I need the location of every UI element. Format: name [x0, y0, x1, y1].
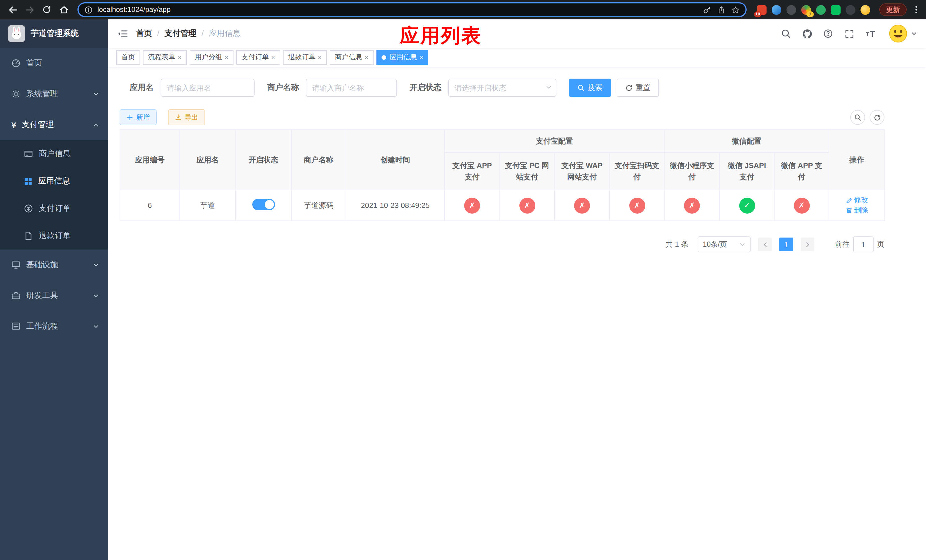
sidebar-item-workflow[interactable]: 工作流程	[0, 311, 108, 342]
extension-icon[interactable]	[846, 5, 855, 15]
help-icon[interactable]	[822, 27, 834, 40]
extension-icon[interactable]: 10	[757, 5, 767, 15]
refresh-icon	[625, 84, 633, 91]
tag-payment-order[interactable]: 支付订单×	[236, 50, 280, 65]
sidebar-fold-icon[interactable]	[117, 28, 128, 39]
sidebar-item-payment-order[interactable]: 支付订单	[0, 195, 108, 222]
fullscreen-icon[interactable]	[843, 27, 855, 40]
sidebar-item-payment[interactable]: ¥ 支付管理	[0, 109, 108, 140]
tag-merchant-info[interactable]: 商户信息×	[330, 50, 374, 65]
user-menu[interactable]	[888, 24, 917, 43]
caret-down-icon	[911, 31, 917, 36]
merchant-name-input[interactable]	[306, 79, 397, 97]
search-icon[interactable]	[780, 27, 792, 40]
sidebar-item-infrastructure[interactable]: 基础设施	[0, 250, 108, 280]
breadcrumb-home[interactable]: 首页	[136, 29, 159, 39]
browser-update-button[interactable]: 更新	[879, 3, 906, 16]
sidebar-item-refund-order[interactable]: 退款订单	[0, 222, 108, 250]
browser-back-icon[interactable]	[6, 3, 20, 17]
col-merchant: 商户名称	[291, 130, 346, 190]
col-wechat-mini: 微信小程序支付	[664, 152, 720, 190]
export-button[interactable]: 导出	[168, 109, 205, 125]
breadcrumb-payment[interactable]: 支付管理	[165, 29, 204, 39]
close-icon[interactable]: ×	[271, 54, 275, 61]
github-icon[interactable]	[801, 27, 813, 40]
sidebar-item-label: 首页	[26, 58, 42, 68]
workflow-icon	[11, 322, 21, 331]
site-info-icon[interactable]	[84, 5, 93, 14]
search-icon	[578, 84, 585, 91]
sidebar-item-merchant-info[interactable]: 商户信息	[0, 140, 108, 168]
app-name-input[interactable]	[160, 79, 254, 97]
extension-icon[interactable]	[816, 5, 826, 15]
refresh-table-button[interactable]	[870, 110, 884, 125]
share-icon[interactable]	[717, 5, 726, 14]
close-icon[interactable]: ×	[365, 54, 368, 61]
col-alipay-wap: 支付宝 WAP 网站支付	[554, 152, 610, 190]
payment-submenu: 商户信息 应用信息 支付订单	[0, 140, 108, 250]
col-actions: 操作	[829, 130, 885, 190]
page-size-select[interactable]: 10条/页	[698, 236, 750, 252]
chevron-left-icon	[762, 241, 768, 248]
bookmark-star-icon[interactable]	[731, 5, 740, 14]
sidebar-item-label: 退款订单	[39, 231, 71, 241]
sidebar-item-app-info[interactable]: 应用信息	[0, 168, 108, 195]
chevron-right-icon	[804, 241, 811, 248]
search-button[interactable]: 搜索	[569, 79, 611, 97]
browser-refresh-icon[interactable]	[40, 3, 53, 17]
page-unit-label: 页	[877, 239, 884, 250]
extension-icon[interactable]	[831, 5, 841, 15]
extension-icon[interactable]	[861, 5, 870, 15]
extension-icon[interactable]: 1	[801, 5, 811, 15]
sidebar-item-system[interactable]: 系统管理	[0, 79, 108, 109]
password-key-icon[interactable]	[703, 5, 711, 14]
logo-avatar	[8, 25, 25, 42]
browser-forward-icon[interactable]	[23, 3, 36, 17]
delete-link[interactable]: 删除	[846, 205, 868, 215]
next-page-button[interactable]	[801, 238, 814, 251]
url-text[interactable]: localhost:1024/pay/app	[97, 6, 698, 14]
group-wechat-config: 微信配置	[664, 130, 829, 152]
enabled-toggle[interactable]	[252, 199, 275, 210]
refresh-icon	[873, 114, 881, 121]
chevron-up-icon	[93, 122, 99, 128]
table-toolbar: 新增 导出	[120, 109, 884, 125]
tag-refund-order[interactable]: 退款订单×	[283, 50, 327, 65]
yen-icon: ¥	[11, 121, 16, 129]
close-icon[interactable]: ×	[419, 54, 423, 61]
col-created: 创建时间	[346, 130, 445, 190]
prev-page-button[interactable]	[758, 238, 772, 251]
content: 应用名 商户名称 开启状态 搜索 重置	[108, 67, 926, 560]
monitor-icon	[11, 260, 21, 269]
sidebar-item-label: 支付订单	[39, 203, 71, 213]
goto-page-input[interactable]	[853, 236, 874, 252]
reset-button[interactable]: 重置	[617, 79, 659, 97]
extension-icon[interactable]	[787, 5, 796, 15]
extension-icon[interactable]	[772, 5, 781, 15]
status-select[interactable]	[448, 79, 557, 97]
logo[interactable]: 芋道管理系统	[0, 20, 108, 48]
page-number-button[interactable]: 1	[779, 238, 793, 251]
download-icon	[175, 114, 182, 121]
browser-menu-icon[interactable]	[912, 5, 920, 14]
tag-user-group[interactable]: 用户分组×	[190, 50, 233, 65]
pagination: 共 1 条 10条/页 1 前往 页	[120, 236, 884, 252]
url-bar[interactable]: localhost:1024/pay/app	[77, 2, 747, 17]
close-icon[interactable]: ×	[178, 54, 182, 61]
sidebar-item-dev-tools[interactable]: 研发工具	[0, 280, 108, 311]
status-icon: ✗	[464, 197, 480, 213]
browser-home-icon[interactable]	[57, 3, 71, 17]
col-alipay-app: 支付宝 APP 支付	[445, 152, 500, 190]
close-icon[interactable]: ×	[224, 54, 228, 61]
font-size-icon[interactable]	[864, 27, 876, 40]
add-button[interactable]: 新增	[120, 109, 157, 125]
annotation-title: 应用列表	[400, 23, 482, 49]
edit-link[interactable]: 修改	[846, 195, 868, 205]
tag-process-form[interactable]: 流程表单×	[143, 50, 187, 65]
toggle-search-button[interactable]	[850, 110, 865, 125]
table-row: 6 芋道 芋道源码 2021-10-23 08:49:25 ✗ ✗ ✗ ✗ ✗	[120, 190, 885, 221]
close-icon[interactable]: ×	[318, 54, 322, 61]
sidebar-item-home[interactable]: 首页	[0, 48, 108, 79]
tag-app-info[interactable]: 应用信息×	[377, 50, 428, 65]
tag-home[interactable]: 首页	[116, 50, 140, 65]
